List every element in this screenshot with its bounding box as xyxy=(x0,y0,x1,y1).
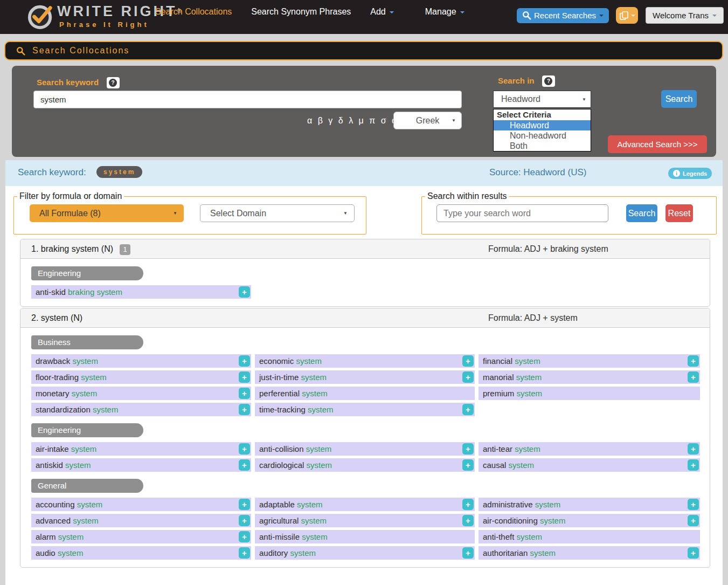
collocation-head: system xyxy=(535,500,561,509)
nav-item-manage[interactable]: Manage xyxy=(425,7,464,17)
collocation-head: system xyxy=(58,532,84,541)
nav-item-search-collocations[interactable]: Search Collocations xyxy=(155,7,232,17)
collocation-text: auditory system xyxy=(259,548,316,558)
greek-letter-buttons[interactable]: α β γ δ λ μ π σ ω xyxy=(307,116,400,126)
dropdown-option-both[interactable]: Both xyxy=(494,141,591,151)
collocation-text: cardiological system xyxy=(259,460,332,470)
collocation-head: system xyxy=(302,532,328,541)
collocation-text: anti-theft system xyxy=(483,532,542,541)
domain-select[interactable]: Select Domain ▼ xyxy=(200,204,355,222)
collocation-text: advanced system xyxy=(36,516,99,525)
domain-section: Businessdrawback system+economic system+… xyxy=(31,335,699,416)
recent-searches-button[interactable]: Recent Searches xyxy=(517,8,609,23)
collocation-head: system xyxy=(71,444,97,453)
collocation-text: anti-missile system xyxy=(259,532,328,541)
add-collocation-button[interactable]: + xyxy=(239,286,250,298)
dropdown-option-headword[interactable]: Headword xyxy=(494,120,591,130)
search-in-select[interactable]: Headword ▼ xyxy=(493,91,591,108)
add-collocation-button[interactable]: + xyxy=(239,371,250,383)
collocation-item: administrative system+ xyxy=(479,498,700,511)
chevron-down-icon xyxy=(390,11,394,13)
collocation-modifier: anti-skid xyxy=(36,287,68,297)
reset-button[interactable]: Reset xyxy=(665,204,693,222)
search-within-button[interactable]: Search xyxy=(626,204,657,222)
collocation-head: system xyxy=(306,444,332,453)
collocation-modifier: drawback xyxy=(36,356,72,366)
domain-section: Generalaccounting system+adaptable syste… xyxy=(31,479,699,560)
search-within-input[interactable] xyxy=(436,204,608,222)
collocation-head: system xyxy=(297,500,323,509)
domain-tag: General xyxy=(31,479,143,493)
clipboard-copy-button[interactable] xyxy=(616,7,638,24)
search-icon xyxy=(16,46,25,56)
formulae-select[interactable]: All Formulae (8) ▼ xyxy=(30,204,184,222)
add-collocation-button[interactable]: + xyxy=(239,515,250,526)
add-collocation-button[interactable]: + xyxy=(239,388,250,399)
chevron-down-icon xyxy=(712,15,717,17)
collocation-modifier: standardization xyxy=(36,405,93,414)
add-collocation-button[interactable]: + xyxy=(462,404,474,415)
add-collocation-button[interactable]: + xyxy=(462,443,474,455)
nav-item-add[interactable]: Add xyxy=(370,7,393,17)
collocation-head: system xyxy=(301,516,327,525)
collocation-item: alarm system+ xyxy=(31,530,251,543)
result-info-bar: Search keyword: system Source: Headword … xyxy=(5,160,723,186)
collocation-grid: drawback system+economic system+financia… xyxy=(31,354,699,416)
collocation-head: system xyxy=(81,373,107,382)
collocation-text: just-in-time system xyxy=(259,373,327,382)
filter-legend: Filter by formula or domain xyxy=(17,191,124,201)
add-collocation-button[interactable]: + xyxy=(688,371,699,383)
chevron-down-icon: ▼ xyxy=(452,118,456,123)
add-collocation-button[interactable]: + xyxy=(688,515,699,526)
add-collocation-button[interactable]: + xyxy=(462,547,474,559)
collocation-item: standardization system+ xyxy=(31,403,251,416)
add-collocation-button[interactable]: + xyxy=(239,355,250,367)
collocation-head: system xyxy=(73,516,99,525)
chevron-down-icon: ▼ xyxy=(173,211,177,216)
collocation-head: braking system xyxy=(68,287,122,297)
help-icon[interactable]: ? xyxy=(107,77,120,88)
collocation-text: authoritarian system xyxy=(483,548,556,558)
result-card: 1. braking system (N)1Formula: ADJ + bra… xyxy=(20,239,710,307)
keyword-input[interactable] xyxy=(33,91,462,108)
legends-button[interactable]: iLegends xyxy=(668,168,712,179)
language-select[interactable]: Greek ▼ xyxy=(393,112,462,129)
add-collocation-button[interactable]: + xyxy=(462,459,474,471)
add-collocation-button[interactable]: + xyxy=(239,404,250,415)
collocation-item: anti-tear system+ xyxy=(479,442,700,456)
add-collocation-button[interactable]: + xyxy=(239,443,250,455)
collocation-modifier: advanced xyxy=(36,516,73,525)
advanced-search-button[interactable]: Advanced Search >>> xyxy=(608,135,707,153)
add-collocation-button[interactable]: + xyxy=(688,499,699,510)
help-icon[interactable]: ? xyxy=(542,75,555,87)
collocation-modifier: financial xyxy=(483,356,515,366)
search-panel: Search keyword ? α β γ δ λ μ π σ ω Greek… xyxy=(12,66,716,157)
dropdown-option-non-headword[interactable]: Non-headword xyxy=(494,130,591,141)
add-collocation-button[interactable]: + xyxy=(239,499,250,510)
add-collocation-button[interactable]: + xyxy=(462,355,474,367)
collocation-item: economic system+ xyxy=(255,354,475,368)
add-collocation-button[interactable]: + xyxy=(462,371,474,383)
collocation-modifier: premium xyxy=(483,389,517,398)
nav-item-search-synonym-phrases[interactable]: Search Synonym Phrases xyxy=(251,7,351,17)
search-button[interactable]: Search xyxy=(661,90,697,108)
add-collocation-button[interactable]: + xyxy=(688,443,699,455)
add-collocation-button[interactable]: + xyxy=(462,515,474,526)
collocation-item: accounting system+ xyxy=(31,498,251,511)
add-collocation-button[interactable]: + xyxy=(688,547,699,559)
collocation-text: air-intake system xyxy=(36,444,96,453)
collocation-text: accounting system xyxy=(36,500,102,509)
add-collocation-button[interactable]: + xyxy=(239,531,250,542)
add-collocation-button[interactable]: + xyxy=(462,499,474,510)
chevron-down-icon xyxy=(460,11,464,13)
add-collocation-button[interactable]: + xyxy=(239,459,250,471)
add-collocation-button[interactable]: + xyxy=(688,355,699,367)
collocation-head: system xyxy=(296,356,322,366)
user-menu-button[interactable]: Welcome Trans xyxy=(646,7,724,24)
add-collocation-button[interactable]: + xyxy=(688,459,699,471)
collocation-head: system xyxy=(301,373,327,382)
add-collocation-button[interactable]: + xyxy=(239,547,250,559)
collocation-text: monetary system xyxy=(36,389,97,398)
info-icon: i xyxy=(673,170,680,177)
search-in-dropdown: Select Criteria Headword Non-headword Bo… xyxy=(493,109,591,152)
